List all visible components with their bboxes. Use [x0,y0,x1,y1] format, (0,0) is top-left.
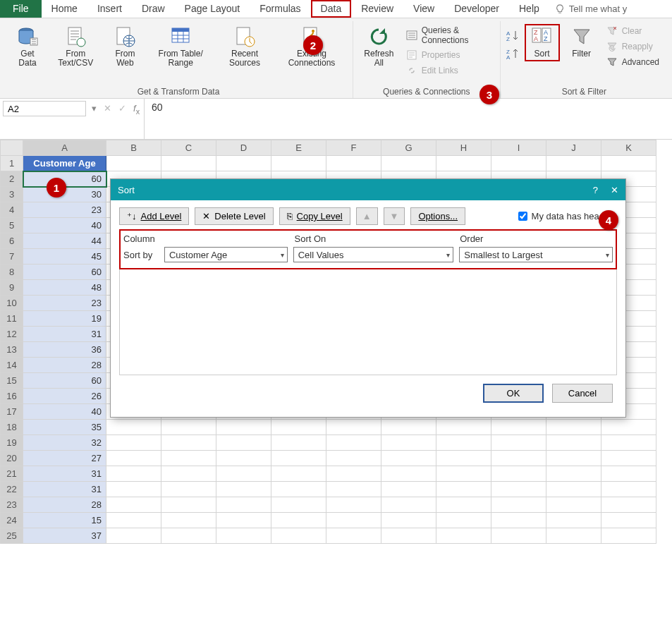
reapply-button[interactable]: Reapply [604,39,662,54]
row-header[interactable]: 25 [1,528,23,544]
empty-cell[interactable] [546,466,601,482]
queries-connections-button[interactable]: Queries & Connections [403,24,494,47]
col-header-J[interactable]: J [546,140,601,156]
empty-cell[interactable] [381,435,436,451]
empty-cell[interactable] [106,482,161,497]
col-header-D[interactable]: D [216,140,271,156]
row-header[interactable]: 17 [1,404,23,420]
empty-cell[interactable] [601,435,656,451]
data-cell[interactable]: 31 [23,466,106,482]
empty-cell[interactable] [271,482,326,497]
close-icon[interactable]: ✕ [611,185,618,195]
help-icon[interactable]: ? [593,185,598,195]
empty-cell[interactable] [326,497,381,513]
empty-cell[interactable] [381,482,436,497]
empty-cell[interactable] [601,513,656,528]
row-header[interactable]: 11 [1,311,23,327]
empty-cell[interactable] [106,528,161,544]
name-box[interactable] [3,101,86,116]
row-header[interactable]: 21 [1,466,23,482]
menu-review[interactable]: Review [351,0,403,18]
row-header[interactable]: 7 [1,249,23,265]
order-combo[interactable]: Smallest to Largest▾ [459,247,613,262]
empty-cell[interactable] [216,156,271,171]
empty-cell[interactable] [271,420,326,435]
empty-cell[interactable] [546,528,601,544]
row-header[interactable]: 19 [1,435,23,451]
empty-cell[interactable] [161,435,216,451]
empty-cell[interactable] [491,435,546,451]
row-header[interactable]: 4 [1,202,23,218]
column-header-cell[interactable]: Customer Age [23,156,106,171]
empty-cell[interactable] [271,156,326,171]
col-header-C[interactable]: C [161,140,216,156]
data-cell[interactable]: 48 [23,280,106,296]
empty-cell[interactable] [546,156,601,171]
data-cell[interactable]: 28 [23,358,106,373]
empty-cell[interactable] [381,451,436,466]
col-header-B[interactable]: B [106,140,161,156]
col-header-G[interactable]: G [381,140,436,156]
empty-cell[interactable] [381,466,436,482]
row-header[interactable]: 18 [1,420,23,435]
row-header[interactable]: 23 [1,497,23,513]
empty-cell[interactable] [546,420,601,435]
menu-data[interactable]: Data [311,0,352,18]
data-cell[interactable]: 32 [23,435,106,451]
sorton-combo[interactable]: Cell Values▾ [293,247,454,262]
menu-draw[interactable]: Draw [132,0,175,18]
empty-cell[interactable] [216,513,271,528]
data-cell[interactable]: 31 [23,482,106,497]
row-header[interactable]: 10 [1,296,23,311]
empty-cell[interactable] [381,497,436,513]
empty-cell[interactable] [491,156,546,171]
row-header[interactable]: 24 [1,513,23,528]
row-header[interactable]: 12 [1,327,23,342]
empty-cell[interactable] [161,513,216,528]
sort-desc-icon[interactable]: ZA [506,48,520,61]
empty-cell[interactable] [106,513,161,528]
empty-cell[interactable] [216,420,271,435]
row-header[interactable]: 9 [1,280,23,296]
empty-cell[interactable] [106,156,161,171]
row-header[interactable]: 22 [1,482,23,497]
col-header-E[interactable]: E [271,140,326,156]
row-header[interactable]: 2 [1,171,23,187]
empty-cell[interactable] [491,482,546,497]
empty-cell[interactable] [436,528,491,544]
menu-formulas[interactable]: Formulas [250,0,310,18]
empty-cell[interactable] [326,451,381,466]
empty-cell[interactable] [601,482,656,497]
empty-cell[interactable] [216,435,271,451]
edit-links-button[interactable]: Edit Links [403,63,494,78]
menu-insert[interactable]: Insert [87,0,132,18]
empty-cell[interactable] [326,156,381,171]
empty-cell[interactable] [326,435,381,451]
dropdown-icon[interactable]: ▾ [92,103,97,114]
empty-cell[interactable] [436,466,491,482]
menu-file[interactable]: File [0,0,42,18]
menu-developer[interactable]: Developer [444,0,509,18]
data-cell[interactable]: 36 [23,342,106,358]
empty-cell[interactable] [491,528,546,544]
row-header[interactable]: 16 [1,389,23,404]
data-cell[interactable]: 40 [23,404,106,420]
fx-icon[interactable]: fx [133,103,140,116]
menu-help[interactable]: Help [509,0,549,18]
clear-button[interactable]: Clear [604,24,662,38]
empty-cell[interactable] [161,451,216,466]
row-header[interactable]: 1 [1,156,23,171]
empty-cell[interactable] [271,528,326,544]
tell-me[interactable]: Tell me what y [549,0,633,18]
empty-cell[interactable] [546,497,601,513]
col-header-K[interactable]: K [601,140,656,156]
col-header-F[interactable]: F [326,140,381,156]
empty-cell[interactable] [491,466,546,482]
empty-cell[interactable] [216,528,271,544]
advanced-button[interactable]: Advanced [604,55,662,69]
empty-cell[interactable] [271,435,326,451]
empty-cell[interactable] [381,420,436,435]
empty-cell[interactable] [601,528,656,544]
empty-cell[interactable] [271,451,326,466]
row-header[interactable]: 14 [1,358,23,373]
